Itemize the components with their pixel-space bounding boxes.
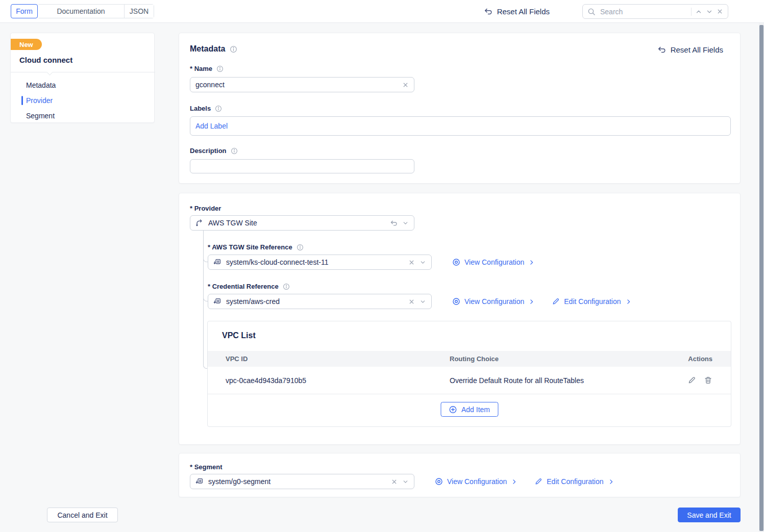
sidebar-item-metadata[interactable]: Metadata [11,80,155,91]
metadata-section: Metadata Reset All Fields * Name gconnec… [179,33,741,184]
undo-icon [484,7,492,16]
info-icon[interactable] [297,244,304,251]
description-label: Description [190,147,238,155]
segment-view-configuration-link[interactable]: View Configuration [435,477,517,486]
info-icon[interactable] [216,65,224,72]
vpc-table-header: VPC ID Routing Choice Actions [208,351,731,367]
search-input[interactable] [599,7,687,16]
tab-form[interactable]: Form [11,4,38,18]
tree-elbow [203,295,208,301]
chevron-down-icon[interactable] [706,8,713,15]
sidebar-item-segment[interactable]: Segment [11,110,155,121]
card-reset-all-fields-button[interactable]: Reset All Fields [657,45,723,54]
provider-value: AWS TGW Site [208,219,385,227]
edit-configuration-label: Edit Configuration [547,477,603,486]
credential-reference-row: system/aws-cred View Configuration Edit … [208,294,632,309]
eye-icon [435,477,443,486]
credential-reference-select[interactable]: system/aws-cred [208,294,432,309]
pencil-icon [534,477,543,486]
search-box [582,4,728,19]
labels-field[interactable]: Add Label [190,116,731,136]
info-icon[interactable] [215,105,222,112]
description-input[interactable] [190,159,414,173]
table-row: vpc-0cae4d943da7910b5 Override Default R… [208,367,731,394]
tgw-site-reference-select[interactable]: system/ks-cloud-connect-test-11 [208,255,432,270]
chevron-down-icon[interactable] [420,259,426,266]
close-icon[interactable] [717,8,723,15]
active-indicator [21,96,23,105]
segment-label: * Segment [190,463,223,471]
view-configuration-label: View Configuration [464,297,524,306]
edit-configuration-label: Edit Configuration [564,297,621,306]
add-item-button[interactable]: Add Item [440,402,498,417]
vpc-list-card: VPC List VPC ID Routing Choice Actions v… [207,321,731,427]
segment-row: system/g0-segment View Configuration Edi… [190,474,614,489]
sidebar-item-label: Segment [26,112,55,120]
cancel-and-exit-button[interactable]: Cancel and Exit [47,508,118,522]
scrollbar-thumb[interactable] [759,25,763,531]
provider-select[interactable]: AWS TGW Site [190,215,414,231]
clear-icon[interactable] [391,478,398,485]
new-badge: New [11,39,42,50]
name-label: * Name [190,65,224,72]
info-icon[interactable] [230,45,237,53]
delete-row-icon[interactable] [704,376,712,385]
undo-icon[interactable] [390,219,398,227]
eye-icon [452,297,460,306]
tab-documentation[interactable]: Documentation [38,5,125,18]
reference-icon [195,477,204,486]
info-icon[interactable] [283,283,290,290]
clear-icon[interactable] [408,259,415,266]
credential-edit-configuration-link[interactable]: Edit Configuration [552,297,631,306]
chevron-down-icon[interactable] [402,220,409,226]
search-icon [587,8,596,16]
save-and-exit-button[interactable]: Save and Exit [678,508,741,522]
undo-icon [657,45,666,54]
segment-value: system/g0-segment [208,477,386,486]
vpc-id-cell: vpc-0cae4d943da7910b5 [226,376,450,385]
view-tabs: Form Documentation JSON [11,4,154,18]
info-icon[interactable] [231,147,238,155]
scrollbar-track[interactable] [759,23,764,532]
credential-reference-label: * Credential Reference [208,283,290,290]
view-configuration-label: View Configuration [447,477,507,486]
chevron-right-icon [625,298,632,305]
tgw-view-configuration-link[interactable]: View Configuration [452,258,535,266]
view-configuration-label: View Configuration [464,258,524,266]
tgw-site-reference-label: * AWS TGW Site Reference [208,243,304,251]
sidebar-item-provider[interactable]: Provider [11,95,155,106]
sidebar-item-label: Provider [26,96,53,105]
chevron-down-icon[interactable] [420,298,426,305]
name-input[interactable]: gconnect [190,77,414,92]
divider [11,72,155,72]
segment-edit-configuration-link[interactable]: Edit Configuration [534,477,614,486]
chevron-right-icon [528,298,535,305]
name-value: gconnect [195,81,398,89]
eye-icon [452,258,460,266]
credential-view-configuration-link[interactable]: View Configuration [452,297,535,306]
reference-icon [213,258,221,266]
clear-icon[interactable] [402,82,409,88]
edit-row-icon[interactable] [687,376,696,385]
clear-icon[interactable] [408,298,415,305]
reset-all-fields-button[interactable]: Reset All Fields [484,4,550,18]
tgw-site-reference-row: system/ks-cloud-connect-test-11 View Con… [208,255,535,270]
chevron-up-icon[interactable] [695,8,702,15]
reference-icon [213,297,221,306]
vpc-list-heading: VPC List [222,331,256,340]
chevron-right-icon [608,478,614,485]
tree-elbow [203,256,208,262]
divider [691,8,692,16]
reset-label: Reset All Fields [671,45,723,54]
add-label-button[interactable]: Add Label [195,122,228,130]
pencil-icon [552,297,560,306]
provider-section: * Provider AWS TGW Site * AWS TGW Site R… [179,193,741,445]
segment-select[interactable]: system/g0-segment [190,474,414,489]
routing-choice-cell: Override Default Route for all RouteTabl… [450,376,687,385]
tab-json[interactable]: JSON [125,5,154,18]
sidebar-item-label: Metadata [26,81,56,89]
column-vpc-id: VPC ID [226,355,450,363]
chevron-down-icon[interactable] [402,478,409,485]
tab-group: Documentation JSON [37,4,154,18]
add-item-label: Add Item [461,406,490,414]
